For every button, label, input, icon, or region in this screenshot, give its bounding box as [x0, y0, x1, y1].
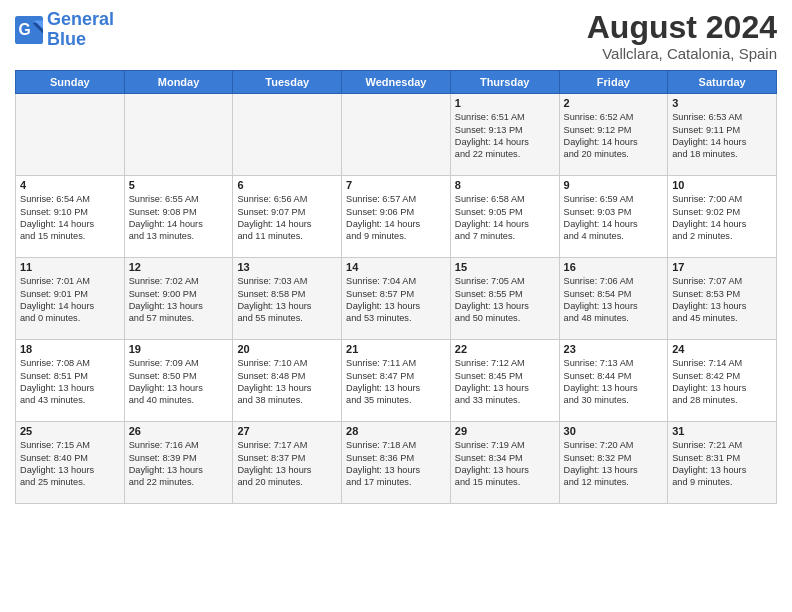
day-number: 2: [564, 97, 664, 109]
day-info: Sunrise: 7:12 AM Sunset: 8:45 PM Dayligh…: [455, 357, 555, 407]
day-number: 13: [237, 261, 337, 273]
day-number: 16: [564, 261, 664, 273]
day-info: Sunrise: 7:07 AM Sunset: 8:53 PM Dayligh…: [672, 275, 772, 325]
day-number: 4: [20, 179, 120, 191]
day-number: 8: [455, 179, 555, 191]
day-info: Sunrise: 7:18 AM Sunset: 8:36 PM Dayligh…: [346, 439, 446, 489]
day-number: 21: [346, 343, 446, 355]
day-number: 29: [455, 425, 555, 437]
day-info: Sunrise: 7:15 AM Sunset: 8:40 PM Dayligh…: [20, 439, 120, 489]
calendar-body: 1Sunrise: 6:51 AM Sunset: 9:13 PM Daylig…: [16, 94, 777, 504]
day-number: 11: [20, 261, 120, 273]
day-info: Sunrise: 7:10 AM Sunset: 8:48 PM Dayligh…: [237, 357, 337, 407]
day-number: 1: [455, 97, 555, 109]
day-number: 7: [346, 179, 446, 191]
day-number: 15: [455, 261, 555, 273]
day-info: Sunrise: 7:02 AM Sunset: 9:00 PM Dayligh…: [129, 275, 229, 325]
day-of-week-header: Saturday: [668, 71, 777, 94]
day-number: 12: [129, 261, 229, 273]
day-info: Sunrise: 7:17 AM Sunset: 8:37 PM Dayligh…: [237, 439, 337, 489]
calendar-cell: 12Sunrise: 7:02 AM Sunset: 9:00 PM Dayli…: [124, 258, 233, 340]
calendar-cell: 23Sunrise: 7:13 AM Sunset: 8:44 PM Dayli…: [559, 340, 668, 422]
day-info: Sunrise: 6:55 AM Sunset: 9:08 PM Dayligh…: [129, 193, 229, 243]
calendar-cell: 11Sunrise: 7:01 AM Sunset: 9:01 PM Dayli…: [16, 258, 125, 340]
day-of-week-header: Tuesday: [233, 71, 342, 94]
day-info: Sunrise: 7:04 AM Sunset: 8:57 PM Dayligh…: [346, 275, 446, 325]
day-of-week-header: Thursday: [450, 71, 559, 94]
day-number: 17: [672, 261, 772, 273]
calendar-cell: 14Sunrise: 7:04 AM Sunset: 8:57 PM Dayli…: [342, 258, 451, 340]
day-number: 9: [564, 179, 664, 191]
day-info: Sunrise: 7:13 AM Sunset: 8:44 PM Dayligh…: [564, 357, 664, 407]
calendar-week-row: 25Sunrise: 7:15 AM Sunset: 8:40 PM Dayli…: [16, 422, 777, 504]
day-number: 3: [672, 97, 772, 109]
calendar-cell: 18Sunrise: 7:08 AM Sunset: 8:51 PM Dayli…: [16, 340, 125, 422]
day-number: 19: [129, 343, 229, 355]
day-number: 27: [237, 425, 337, 437]
day-info: Sunrise: 6:56 AM Sunset: 9:07 PM Dayligh…: [237, 193, 337, 243]
day-info: Sunrise: 7:14 AM Sunset: 8:42 PM Dayligh…: [672, 357, 772, 407]
calendar-cell: 7Sunrise: 6:57 AM Sunset: 9:06 PM Daylig…: [342, 176, 451, 258]
day-of-week-header: Sunday: [16, 71, 125, 94]
calendar-cell: 29Sunrise: 7:19 AM Sunset: 8:34 PM Dayli…: [450, 422, 559, 504]
days-of-week-row: SundayMondayTuesdayWednesdayThursdayFrid…: [16, 71, 777, 94]
calendar-cell: 24Sunrise: 7:14 AM Sunset: 8:42 PM Dayli…: [668, 340, 777, 422]
title-block: August 2024 Vallclara, Catalonia, Spain: [587, 10, 777, 62]
calendar-cell: 16Sunrise: 7:06 AM Sunset: 8:54 PM Dayli…: [559, 258, 668, 340]
calendar-cell: 30Sunrise: 7:20 AM Sunset: 8:32 PM Dayli…: [559, 422, 668, 504]
calendar-cell: 15Sunrise: 7:05 AM Sunset: 8:55 PM Dayli…: [450, 258, 559, 340]
day-info: Sunrise: 7:20 AM Sunset: 8:32 PM Dayligh…: [564, 439, 664, 489]
calendar-cell: 13Sunrise: 7:03 AM Sunset: 8:58 PM Dayli…: [233, 258, 342, 340]
calendar-cell: 19Sunrise: 7:09 AM Sunset: 8:50 PM Dayli…: [124, 340, 233, 422]
calendar-week-row: 1Sunrise: 6:51 AM Sunset: 9:13 PM Daylig…: [16, 94, 777, 176]
calendar-cell: 5Sunrise: 6:55 AM Sunset: 9:08 PM Daylig…: [124, 176, 233, 258]
logo: G General Blue: [15, 10, 114, 50]
calendar-week-row: 18Sunrise: 7:08 AM Sunset: 8:51 PM Dayli…: [16, 340, 777, 422]
day-of-week-header: Wednesday: [342, 71, 451, 94]
day-info: Sunrise: 6:52 AM Sunset: 9:12 PM Dayligh…: [564, 111, 664, 161]
calendar-cell: 25Sunrise: 7:15 AM Sunset: 8:40 PM Dayli…: [16, 422, 125, 504]
calendar-cell: 26Sunrise: 7:16 AM Sunset: 8:39 PM Dayli…: [124, 422, 233, 504]
subtitle: Vallclara, Catalonia, Spain: [587, 45, 777, 62]
svg-text:G: G: [19, 21, 31, 38]
day-info: Sunrise: 6:59 AM Sunset: 9:03 PM Dayligh…: [564, 193, 664, 243]
day-number: 22: [455, 343, 555, 355]
day-info: Sunrise: 6:54 AM Sunset: 9:10 PM Dayligh…: [20, 193, 120, 243]
day-info: Sunrise: 7:09 AM Sunset: 8:50 PM Dayligh…: [129, 357, 229, 407]
day-number: 18: [20, 343, 120, 355]
calendar-cell: 27Sunrise: 7:17 AM Sunset: 8:37 PM Dayli…: [233, 422, 342, 504]
day-info: Sunrise: 6:53 AM Sunset: 9:11 PM Dayligh…: [672, 111, 772, 161]
day-info: Sunrise: 6:58 AM Sunset: 9:05 PM Dayligh…: [455, 193, 555, 243]
calendar-cell: [233, 94, 342, 176]
calendar-cell: [342, 94, 451, 176]
day-info: Sunrise: 7:03 AM Sunset: 8:58 PM Dayligh…: [237, 275, 337, 325]
day-info: Sunrise: 7:16 AM Sunset: 8:39 PM Dayligh…: [129, 439, 229, 489]
logo-icon: G: [15, 16, 43, 44]
calendar-cell: 8Sunrise: 6:58 AM Sunset: 9:05 PM Daylig…: [450, 176, 559, 258]
day-number: 10: [672, 179, 772, 191]
calendar-cell: 21Sunrise: 7:11 AM Sunset: 8:47 PM Dayli…: [342, 340, 451, 422]
day-info: Sunrise: 7:00 AM Sunset: 9:02 PM Dayligh…: [672, 193, 772, 243]
day-info: Sunrise: 6:51 AM Sunset: 9:13 PM Dayligh…: [455, 111, 555, 161]
calendar-week-row: 11Sunrise: 7:01 AM Sunset: 9:01 PM Dayli…: [16, 258, 777, 340]
day-number: 25: [20, 425, 120, 437]
day-info: Sunrise: 7:08 AM Sunset: 8:51 PM Dayligh…: [20, 357, 120, 407]
day-number: 14: [346, 261, 446, 273]
day-info: Sunrise: 7:21 AM Sunset: 8:31 PM Dayligh…: [672, 439, 772, 489]
calendar-cell: 17Sunrise: 7:07 AM Sunset: 8:53 PM Dayli…: [668, 258, 777, 340]
calendar-cell: 2Sunrise: 6:52 AM Sunset: 9:12 PM Daylig…: [559, 94, 668, 176]
calendar-cell: 20Sunrise: 7:10 AM Sunset: 8:48 PM Dayli…: [233, 340, 342, 422]
calendar-cell: [16, 94, 125, 176]
calendar-week-row: 4Sunrise: 6:54 AM Sunset: 9:10 PM Daylig…: [16, 176, 777, 258]
day-number: 24: [672, 343, 772, 355]
day-number: 5: [129, 179, 229, 191]
page: G General Blue August 2024 Vallclara, Ca…: [0, 0, 792, 612]
calendar-cell: [124, 94, 233, 176]
calendar-cell: 10Sunrise: 7:00 AM Sunset: 9:02 PM Dayli…: [668, 176, 777, 258]
day-number: 26: [129, 425, 229, 437]
day-info: Sunrise: 7:05 AM Sunset: 8:55 PM Dayligh…: [455, 275, 555, 325]
calendar-cell: 1Sunrise: 6:51 AM Sunset: 9:13 PM Daylig…: [450, 94, 559, 176]
calendar-table: SundayMondayTuesdayWednesdayThursdayFrid…: [15, 70, 777, 504]
calendar-cell: 28Sunrise: 7:18 AM Sunset: 8:36 PM Dayli…: [342, 422, 451, 504]
calendar-cell: 3Sunrise: 6:53 AM Sunset: 9:11 PM Daylig…: [668, 94, 777, 176]
